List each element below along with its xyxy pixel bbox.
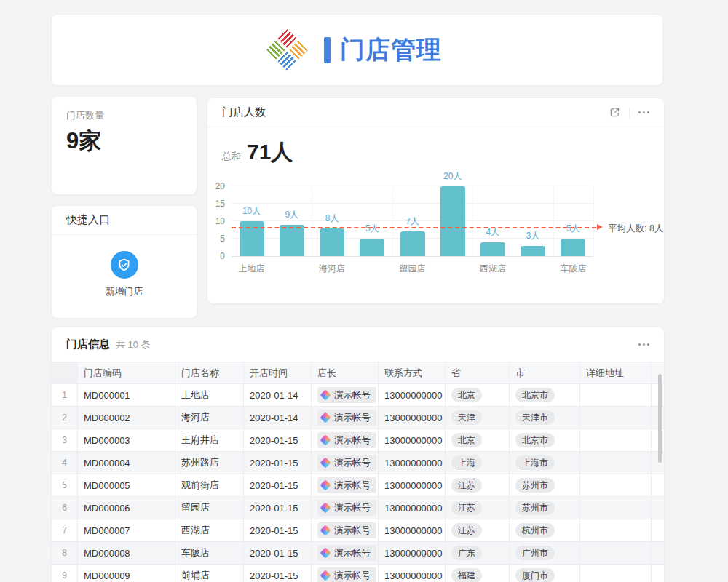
chart-bar[interactable] xyxy=(400,231,425,256)
cell-open-date[interactable]: 2020-01-14 xyxy=(244,384,312,406)
cell-city[interactable]: 北京市 xyxy=(510,384,580,406)
scrollbar-thumb[interactable] xyxy=(658,374,662,463)
column-header[interactable]: 店长 xyxy=(312,362,379,383)
cell-store-name[interactable]: 前埔店 xyxy=(175,565,244,582)
cell-open-date[interactable]: 2020-01-15 xyxy=(244,542,312,564)
expand-icon[interactable] xyxy=(609,107,620,118)
cell-store-name[interactable]: 留园店 xyxy=(175,497,244,519)
cell-phone[interactable]: 13000000000 xyxy=(379,429,446,451)
cell-city[interactable]: 杭州市 xyxy=(510,519,580,541)
cell-city[interactable]: 苏州市 xyxy=(510,474,580,496)
column-header[interactable]: 门店名称 xyxy=(175,362,244,383)
column-header[interactable]: 门店编码 xyxy=(78,362,175,383)
cell-store-code[interactable]: MD000002 xyxy=(78,407,175,428)
cell-store-name[interactable]: 海河店 xyxy=(175,407,244,428)
cell-city[interactable]: 苏州市 xyxy=(510,497,580,519)
cell-store-code[interactable]: MD000004 xyxy=(78,452,175,474)
cell-store-name[interactable]: 西湖店 xyxy=(175,519,244,541)
cell-store-name[interactable]: 车陂店 xyxy=(175,542,244,564)
cell-city[interactable]: 广州市 xyxy=(510,542,580,564)
chart-bar[interactable] xyxy=(521,246,545,256)
cell-province[interactable]: 江苏 xyxy=(446,519,510,541)
cell-city[interactable]: 北京市 xyxy=(510,429,580,451)
cell-city[interactable]: 上海市 xyxy=(510,452,580,474)
chart-bar[interactable] xyxy=(480,242,505,256)
cell-province[interactable]: 福建 xyxy=(446,565,510,582)
cell-province[interactable]: 天津 xyxy=(446,407,510,428)
cell-store-code[interactable]: MD000006 xyxy=(78,497,175,519)
cell-open-date[interactable]: 2020-01-14 xyxy=(244,407,312,428)
app-logo-icon xyxy=(266,29,309,71)
cell-phone[interactable]: 13000000000 xyxy=(379,497,446,519)
cell-province[interactable]: 北京 xyxy=(446,384,510,406)
cell-manager[interactable]: 演示帐号 xyxy=(312,452,379,474)
cell-province[interactable]: 江苏 xyxy=(446,474,510,496)
cell-store-code[interactable]: MD000009 xyxy=(78,565,175,582)
add-store-button[interactable]: 新增门店 xyxy=(52,235,197,298)
column-header[interactable]: 联系方式 xyxy=(379,362,446,383)
store-count-value: 9家 xyxy=(66,126,182,156)
column-header[interactable]: 详细地址 xyxy=(580,362,652,383)
cell-city[interactable]: 天津市 xyxy=(510,407,580,428)
cell-manager[interactable]: 演示帐号 xyxy=(312,542,379,564)
cell-address[interactable] xyxy=(580,565,652,582)
cell-province[interactable]: 北京 xyxy=(446,429,510,451)
cell-address[interactable] xyxy=(580,542,652,564)
cell-manager[interactable]: 演示帐号 xyxy=(312,497,379,519)
cell-phone[interactable]: 13000000000 xyxy=(379,542,446,564)
column-header[interactable]: 市 xyxy=(510,362,580,383)
chart-bar[interactable] xyxy=(280,225,304,256)
cell-address[interactable] xyxy=(580,429,652,451)
cell-store-code[interactable]: MD000005 xyxy=(78,474,175,496)
cell-province[interactable]: 上海 xyxy=(446,452,510,474)
cell-manager[interactable]: 演示帐号 xyxy=(312,407,379,428)
cell-open-date[interactable]: 2020-01-15 xyxy=(244,429,312,451)
cell-manager[interactable]: 演示帐号 xyxy=(312,384,379,406)
chart-bar[interactable] xyxy=(561,239,585,256)
cell-province[interactable]: 广东 xyxy=(446,542,510,564)
cell-manager[interactable]: 演示帐号 xyxy=(312,565,379,582)
cell-store-code[interactable]: MD000001 xyxy=(78,384,175,406)
city-tag: 杭州市 xyxy=(515,523,555,537)
cell-manager[interactable]: 演示帐号 xyxy=(312,429,379,451)
cell-phone[interactable]: 13000000000 xyxy=(379,565,446,582)
cell-phone[interactable]: 13000000000 xyxy=(379,384,446,406)
manager-name: 演示帐号 xyxy=(334,479,371,492)
cell-phone[interactable]: 13000000000 xyxy=(379,474,446,496)
cell-phone[interactable]: 13000000000 xyxy=(379,452,446,474)
cell-open-date[interactable]: 2020-01-15 xyxy=(244,565,312,582)
cell-address[interactable] xyxy=(580,407,652,428)
cell-city[interactable]: 厦门市 xyxy=(510,565,580,582)
chart-bar[interactable] xyxy=(320,228,344,256)
cell-phone[interactable]: 13000000000 xyxy=(379,519,446,541)
cell-province[interactable]: 江苏 xyxy=(446,497,510,519)
cell-phone[interactable]: 13000000000 xyxy=(379,407,446,428)
cell-manager[interactable]: 演示帐号 xyxy=(312,474,379,496)
column-header[interactable]: 省 xyxy=(446,362,510,383)
cell-store-code[interactable]: MD000003 xyxy=(78,429,175,451)
cell-open-date[interactable]: 2020-01-15 xyxy=(244,452,312,474)
chart-bar[interactable] xyxy=(360,239,384,256)
cell-store-name[interactable]: 上地店 xyxy=(175,384,244,406)
column-header[interactable]: 开店时间 xyxy=(244,362,312,383)
table-scrollbar[interactable] xyxy=(658,374,662,582)
cell-store-name[interactable]: 苏州路店 xyxy=(175,452,244,474)
cell-address[interactable] xyxy=(580,497,652,519)
cell-address[interactable] xyxy=(580,384,652,406)
cell-store-name[interactable]: 王府井店 xyxy=(175,429,244,451)
cell-manager[interactable]: 演示帐号 xyxy=(312,519,379,541)
chart-more-icon[interactable] xyxy=(638,108,649,116)
chart-bar[interactable] xyxy=(440,186,465,256)
cell-store-code[interactable]: MD000008 xyxy=(78,542,175,564)
cell-open-date[interactable]: 2020-01-15 xyxy=(244,474,312,496)
manager-chip: 演示帐号 xyxy=(317,432,376,448)
cell-address[interactable] xyxy=(580,474,652,496)
cell-store-name[interactable]: 观前街店 xyxy=(175,474,244,496)
table-more-icon[interactable] xyxy=(638,340,649,348)
cell-open-date[interactable]: 2020-01-15 xyxy=(244,519,312,541)
cell-open-date[interactable]: 2020-01-15 xyxy=(244,497,312,519)
cell-address[interactable] xyxy=(580,519,652,541)
cell-address[interactable] xyxy=(580,452,652,474)
cell-store-code[interactable]: MD000007 xyxy=(78,519,175,541)
row-number: 7 xyxy=(52,519,78,541)
